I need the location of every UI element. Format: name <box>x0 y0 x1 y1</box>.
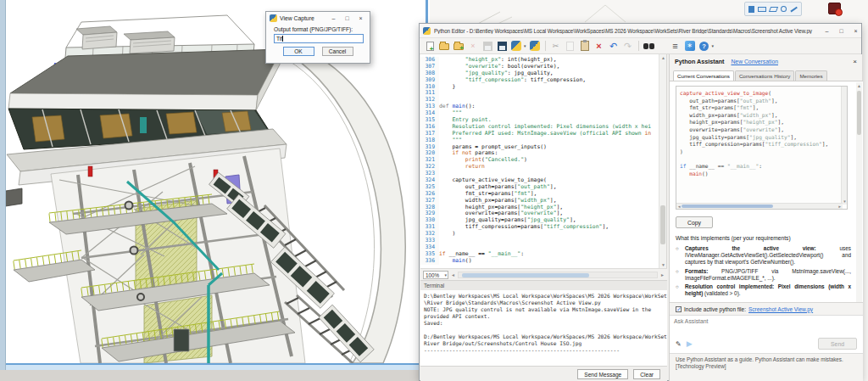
scroll-down-icon[interactable]: ▼ <box>659 262 667 267</box>
scroll-left-icon[interactable]: ◄ <box>451 272 455 277</box>
code-line: 322 return <box>420 164 659 171</box>
edit-icon[interactable]: ✎ <box>676 340 682 348</box>
scroll-thumb[interactable] <box>682 205 773 208</box>
format-lines-icon[interactable]: ≡ <box>670 40 682 52</box>
assistant-code-block[interactable]: capture_active_view_to_image( out_path=p… <box>676 86 848 210</box>
maximize-icon[interactable]: □ <box>342 13 353 24</box>
scroll-thumb[interactable] <box>462 273 589 277</box>
code-line: 311 <box>420 90 659 97</box>
active-file-link[interactable]: Screenshot Active View.py <box>748 306 813 312</box>
select-tool-icon[interactable] <box>748 6 754 13</box>
undo-icon[interactable]: ↶ <box>608 40 620 52</box>
new-file-icon[interactable]: + <box>424 40 436 52</box>
code-editor-pane[interactable]: 306 "height_px": int(height_px),307 "ove… <box>420 54 667 268</box>
close-icon[interactable]: × <box>853 58 857 65</box>
implements-bullet: ○Captures the active view: uses IViewMan… <box>676 245 851 266</box>
view-bottom-scrollbar[interactable] <box>6 363 419 370</box>
zoom-caret-icon: ▾ <box>444 272 448 278</box>
terminal-line: D:\Bentley Workspaces\MS Local Workspace… <box>424 293 667 300</box>
tab-current-conversations[interactable]: Current Conversations <box>673 70 734 81</box>
find-icon[interactable] <box>643 40 655 52</box>
minimize-icon[interactable]: – <box>328 13 339 24</box>
tab-conversations-history[interactable]: Conversations History <box>735 70 795 81</box>
zoom-select[interactable]: 100%▾ <box>423 271 448 279</box>
run-options-caret-icon[interactable]: ▾ <box>524 43 526 48</box>
close-icon[interactable]: × <box>355 13 366 24</box>
cancel-button[interactable]: Cancel <box>322 47 353 56</box>
open-file-icon[interactable] <box>438 40 450 52</box>
close-icon[interactable]: × <box>850 25 861 36</box>
assistant-tabs: Current Conversations Conversations Hist… <box>673 69 860 81</box>
save-icon[interactable] <box>496 40 508 52</box>
copy-icon[interactable] <box>565 40 576 52</box>
scroll-thumb[interactable] <box>857 91 861 135</box>
debug-python-icon[interactable] <box>529 40 541 52</box>
text-caret <box>282 36 283 42</box>
line-tool-icon[interactable] <box>790 6 797 12</box>
code-lines: 306 "height_px": int(height_px),307 "ove… <box>420 57 659 265</box>
scroll-right-icon: ► <box>838 204 842 210</box>
include-file-row: ✓ Include active python file: Screenshot… <box>670 302 863 315</box>
format-input[interactable]: Tif <box>274 34 364 43</box>
python-icon <box>270 14 277 22</box>
codeblock-horizontal-scrollbar[interactable]: ◄ ► <box>676 203 843 209</box>
add-file-icon[interactable]: + <box>453 40 465 52</box>
assistant-disclaimer: Use Python Assistant as a guide. Python … <box>670 353 863 381</box>
send-message-button[interactable]: Send Message <box>577 369 628 379</box>
send-arrow-icon: ▶ <box>687 339 813 348</box>
scroll-left-icon: ◄ <box>677 204 681 210</box>
terminal-line <box>424 327 667 333</box>
terminal-header: Terminal <box>420 280 667 290</box>
code-line: 331 tiff_compression=params["tiff_compre… <box>420 224 659 231</box>
dialog-titlebar[interactable]: View Capture – □ × <box>266 12 370 25</box>
tab-memories[interactable]: Memories <box>795 70 826 81</box>
redo-icon[interactable]: ↷ <box>622 40 634 52</box>
editor-title: Python Editor - D:\Bentley Workspaces\MS… <box>434 28 818 34</box>
editor-titlebar[interactable]: Python Editor - D:\Bentley Workspaces\MS… <box>420 24 861 38</box>
send-button[interactable]: Send <box>818 338 857 350</box>
implements-bullet: ○Resolution control implemented: Pixel d… <box>676 283 851 297</box>
copy-button[interactable]: Copy <box>676 216 713 228</box>
record-tool-icon[interactable] <box>828 3 841 14</box>
maximize-icon[interactable]: □ <box>836 25 847 36</box>
cut-icon[interactable]: ✂ <box>550 40 562 52</box>
code-line: 333 <box>420 238 659 244</box>
assistant-scrollbar[interactable]: ▲ <box>856 82 862 302</box>
implements-list: ○Captures the active view: uses IViewMan… <box>676 245 851 299</box>
code-line: if __name__ == "__main__": <box>680 163 828 171</box>
ask-assistant-box <box>670 315 863 334</box>
scroll-right-icon[interactable]: ► <box>660 272 665 277</box>
codeblock-vertical-scrollbar[interactable]: ▼ <box>841 87 847 205</box>
new-conversation-link[interactable]: New Conversation <box>731 59 846 64</box>
assistant-toggle-icon[interactable]: ∗ <box>684 40 696 52</box>
save-all-icon[interactable] <box>481 40 493 52</box>
ok-button[interactable]: OK <box>283 47 314 56</box>
ask-assistant-input[interactable] <box>670 316 863 334</box>
code-line: ) <box>680 148 828 156</box>
help-caret-icon[interactable]: ▾ <box>712 43 715 48</box>
code-line <box>680 155 828 163</box>
code-line: jpg_quality=params["jpg_quality"], <box>680 134 828 142</box>
close-file-icon[interactable]: × <box>467 40 479 52</box>
help-icon[interactable]: ? <box>698 40 710 52</box>
scroll-up-icon[interactable]: ▲ <box>659 55 667 60</box>
implements-heading: What this implements (per your requireme… <box>676 235 849 241</box>
view-left-scrollbar[interactable] <box>0 0 6 370</box>
clear-button[interactable]: Clear <box>633 369 660 379</box>
status-strip <box>0 370 430 381</box>
include-file-checkbox[interactable]: ✓ <box>676 306 682 312</box>
editor-toolbar: + + × ▾ ✂ × ↶ ↷ ≡ ∗ ? ▾ <box>420 38 861 54</box>
scroll-thumb[interactable] <box>660 205 665 244</box>
terminal-line: River Bridge/out/Screenshots/Control Hou… <box>424 340 667 347</box>
circle-tool-icon[interactable] <box>781 6 787 12</box>
minimize-icon[interactable]: – <box>821 25 832 36</box>
code-vertical-scrollbar[interactable]: ▲ ▼ <box>659 54 666 268</box>
code-horizontal-scrollbar[interactable] <box>458 272 658 278</box>
shape-tool-icon[interactable] <box>769 7 779 12</box>
code-line: capture_active_view_to_image( <box>680 90 828 98</box>
terminal-output[interactable]: D:\Bentley Workspaces\MS Local Workspace… <box>420 290 667 366</box>
rectangle-tool-icon[interactable] <box>758 7 765 12</box>
run-python-icon[interactable] <box>510 40 522 52</box>
paste-icon[interactable] <box>579 40 591 52</box>
delete-icon[interactable]: × <box>593 40 605 52</box>
